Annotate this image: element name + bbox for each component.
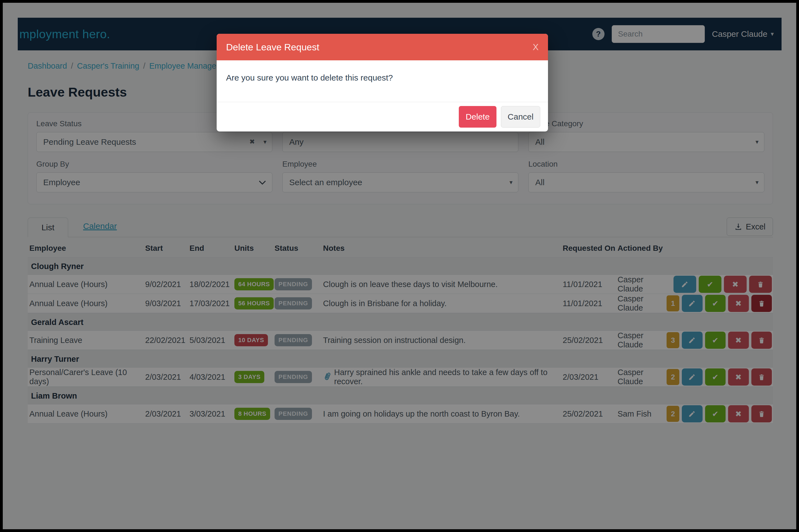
modal-title: Delete Leave Request [226,42,319,53]
modal-body-text: Are you sure you want to delete this req… [217,60,548,102]
delete-leave-request-modal: Delete Leave Request X Are you sure you … [217,34,548,132]
cancel-button[interactable]: Cancel [501,106,540,128]
modal-footer: Delete Cancel [217,102,548,132]
delete-button[interactable]: Delete [459,106,496,128]
desktop-frame: mployment hero. ? Casper Claude ▾ Dashbo… [3,3,796,529]
close-icon[interactable]: X [533,42,539,52]
modal-header: Delete Leave Request X [217,34,548,60]
